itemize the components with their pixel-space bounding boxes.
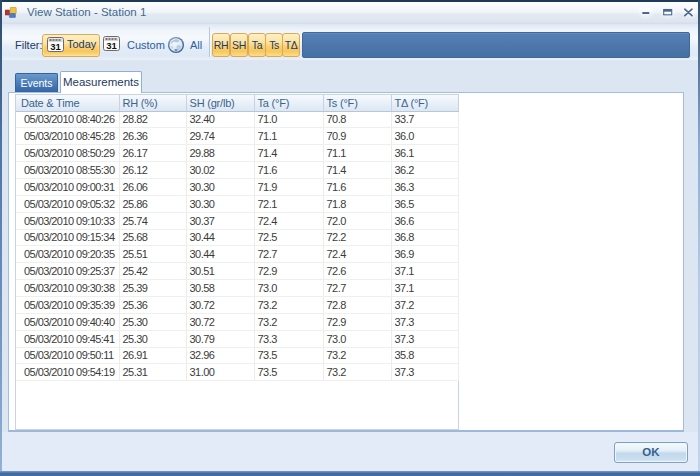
svg-text:31: 31 bbox=[106, 40, 117, 51]
svg-text:31: 31 bbox=[50, 41, 61, 52]
